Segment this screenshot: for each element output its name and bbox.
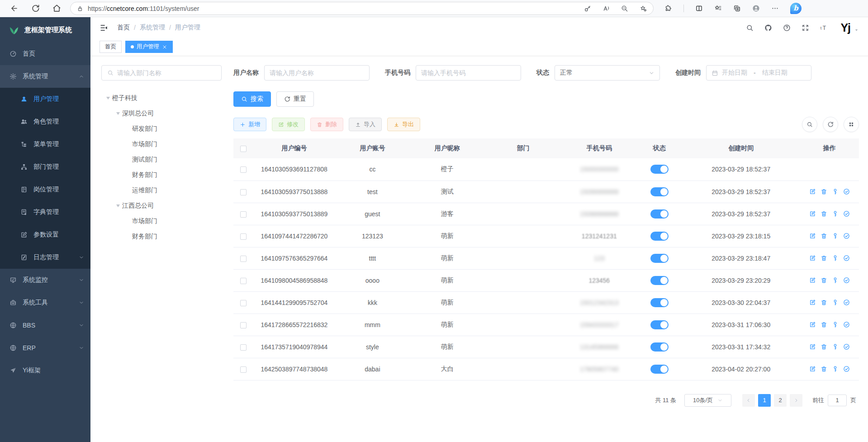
row-checkbox[interactable]	[240, 278, 247, 284]
collapse-menu-icon[interactable]	[100, 24, 108, 32]
sidebar-item-菜单管理[interactable]: 菜单管理	[0, 133, 90, 156]
prev-page-button[interactable]	[742, 394, 755, 407]
edit-icon[interactable]	[809, 188, 816, 195]
more-icon[interactable]	[771, 5, 779, 12]
status-toggle[interactable]	[650, 298, 669, 307]
tree-node-市场部门[interactable]: 市场部门	[101, 137, 222, 152]
next-page-button[interactable]	[790, 394, 802, 407]
favorites-icon[interactable]	[714, 5, 722, 12]
table-search-toggle-icon[interactable]	[802, 117, 817, 132]
page-size-select[interactable]: 10条/页	[684, 394, 731, 407]
status-toggle[interactable]	[650, 165, 669, 174]
sidebar-item-ERP[interactable]: ERP	[0, 337, 90, 359]
reset-button[interactable]: 重置	[276, 91, 314, 107]
tree-node-市场部门[interactable]: 市场部门	[101, 214, 222, 229]
authorize-icon[interactable]	[843, 210, 850, 217]
sidebar-item-角色管理[interactable]: 角色管理	[0, 110, 90, 133]
reset-password-icon[interactable]	[832, 255, 839, 261]
extensions-icon[interactable]	[664, 5, 672, 12]
status-toggle[interactable]	[650, 342, 669, 352]
tree-node-运维部门[interactable]: 运维部门	[101, 183, 222, 198]
edit-icon[interactable]	[809, 277, 816, 284]
delete-icon[interactable]	[821, 299, 827, 306]
row-checkbox[interactable]	[240, 189, 247, 195]
authorize-icon[interactable]	[843, 343, 850, 350]
status-toggle[interactable]	[650, 187, 669, 196]
back-icon[interactable]	[10, 4, 19, 13]
refresh-icon[interactable]	[31, 4, 40, 13]
url-text[interactable]: https://ccnetcore.com:1101/system/user	[88, 5, 579, 12]
delete-icon[interactable]	[821, 255, 827, 261]
sidebar-item-系统管理[interactable]: 系统管理	[0, 65, 90, 88]
phone-input[interactable]	[421, 69, 516, 76]
status-select[interactable]: 正常	[555, 65, 660, 81]
tree-node-橙子科技[interactable]: 橙子科技	[101, 90, 222, 106]
authorize-icon[interactable]	[843, 321, 850, 328]
export-button[interactable]: 导出	[387, 118, 420, 131]
reset-password-icon[interactable]	[832, 233, 839, 239]
delete-button[interactable]: 删除	[310, 118, 343, 131]
authorize-icon[interactable]	[843, 299, 850, 306]
read-aloud-icon[interactable]	[602, 5, 610, 12]
row-checkbox[interactable]	[240, 322, 247, 328]
row-checkbox[interactable]	[240, 344, 247, 351]
sidebar-item-系统工具[interactable]: 系统工具	[0, 291, 90, 314]
reset-password-icon[interactable]	[832, 277, 839, 284]
help-icon[interactable]	[783, 24, 791, 32]
page-button-2[interactable]: 2	[774, 394, 787, 407]
sidebar-item-用户管理[interactable]: 用户管理	[0, 88, 90, 110]
delete-icon[interactable]	[821, 233, 827, 239]
delete-icon[interactable]	[821, 343, 827, 350]
edit-icon[interactable]	[809, 343, 816, 350]
authorize-icon[interactable]	[843, 277, 850, 284]
tree-node-江西总公司[interactable]: 江西总公司	[101, 198, 222, 214]
github-icon[interactable]	[764, 24, 772, 32]
breadcrumb-item[interactable]: 首页	[117, 24, 130, 32]
select-all-checkbox[interactable]	[240, 146, 247, 152]
tree-node-财务部门[interactable]: 财务部门	[101, 229, 222, 244]
edit-icon[interactable]	[809, 366, 816, 372]
zoom-icon[interactable]	[621, 5, 628, 12]
edit-icon[interactable]	[809, 321, 816, 328]
status-toggle[interactable]	[650, 320, 669, 329]
column-settings-icon[interactable]	[844, 117, 859, 132]
row-checkbox[interactable]	[240, 256, 247, 262]
breadcrumb-item[interactable]: 系统管理	[140, 24, 165, 32]
status-toggle[interactable]	[650, 365, 669, 374]
row-checkbox[interactable]	[240, 166, 247, 173]
authorize-icon[interactable]	[843, 255, 850, 261]
delete-icon[interactable]	[821, 366, 827, 372]
sidebar-item-参数设置[interactable]: 参数设置	[0, 223, 90, 246]
reset-password-icon[interactable]	[832, 188, 839, 195]
delete-icon[interactable]	[821, 210, 827, 217]
add-button[interactable]: 新增	[233, 118, 266, 131]
password-key-icon[interactable]	[584, 5, 591, 12]
sidebar-item-岗位管理[interactable]: 岗位管理	[0, 178, 90, 201]
reset-password-icon[interactable]	[832, 366, 839, 372]
lock-icon[interactable]	[77, 5, 83, 12]
username-input[interactable]	[270, 69, 364, 76]
reset-password-icon[interactable]	[832, 210, 839, 217]
tab-用户管理[interactable]: 用户管理	[125, 41, 173, 53]
delete-icon[interactable]	[821, 188, 827, 195]
tab-首页[interactable]: 首页	[100, 41, 122, 53]
tree-node-财务部门[interactable]: 财务部门	[101, 167, 222, 183]
copilot-icon[interactable]: b	[790, 3, 802, 14]
tree-node-测试部门[interactable]: 测试部门	[101, 152, 222, 167]
status-toggle[interactable]	[650, 276, 669, 285]
sidebar-item-Yi框架[interactable]: Yi框架	[0, 359, 90, 382]
row-checkbox[interactable]	[240, 233, 247, 240]
close-icon[interactable]	[162, 44, 167, 50]
caret-down-icon[interactable]	[854, 28, 859, 33]
delete-icon[interactable]	[821, 321, 827, 328]
sidebar-item-BBS[interactable]: BBS	[0, 314, 90, 337]
sidebar-item-字典管理[interactable]: 字典管理	[0, 201, 90, 223]
split-screen-icon[interactable]	[695, 5, 703, 12]
status-toggle[interactable]	[650, 254, 669, 263]
status-toggle[interactable]	[650, 209, 669, 219]
edit-icon[interactable]	[809, 299, 816, 306]
tree-node-研发部门[interactable]: 研发部门	[101, 121, 222, 137]
table-refresh-icon[interactable]	[823, 117, 838, 132]
authorize-icon[interactable]	[843, 233, 850, 239]
edit-icon[interactable]	[809, 233, 816, 239]
